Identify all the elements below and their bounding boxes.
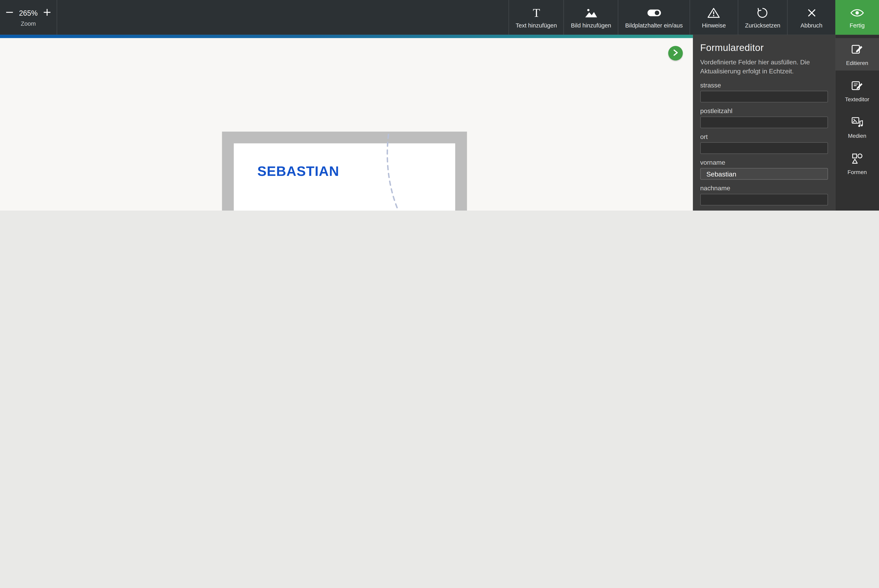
zoom-in-button[interactable] xyxy=(43,8,52,18)
media-icon xyxy=(851,116,863,130)
shapes-icon xyxy=(851,152,863,166)
reset-button[interactable]: Zurücksetzen xyxy=(738,0,787,35)
rail-item-texteditor[interactable]: Texteditor xyxy=(835,74,879,107)
rail-item-formen[interactable]: Formen xyxy=(835,147,879,180)
input-postleitzahl[interactable] xyxy=(700,117,828,128)
close-icon xyxy=(806,6,816,19)
form-editor-panel: Formulareditor Vordefinierte Felder hier… xyxy=(693,35,835,211)
reset-circular-arrow-icon xyxy=(757,6,769,19)
form-field-strasse: strasse xyxy=(700,82,828,102)
panel-collapse-button[interactable] xyxy=(668,46,683,61)
zoom-out-button[interactable] xyxy=(5,8,14,18)
zoom-value: 265% xyxy=(19,9,38,18)
image-icon xyxy=(584,6,598,19)
edit-note-icon xyxy=(851,43,863,57)
svg-text:T: T xyxy=(533,6,540,19)
toggle-icon xyxy=(647,6,661,19)
chevron-right-icon xyxy=(673,49,678,57)
hints-button[interactable]: Hinweise xyxy=(690,0,738,35)
design-page[interactable]: SEBASTIAN facebook.com/RisscSolutions tw… xyxy=(234,143,455,211)
form-field-vorname: vorname xyxy=(700,159,828,180)
label-strasse: strasse xyxy=(700,82,828,88)
label-ort: ort xyxy=(700,134,828,140)
warning-triangle-icon xyxy=(707,6,721,19)
text-icon: T xyxy=(530,6,542,19)
card-name-text[interactable]: SEBASTIAN xyxy=(257,164,339,179)
cancel-button[interactable]: Abbruch xyxy=(787,0,835,35)
input-strasse[interactable] xyxy=(700,91,828,103)
done-button[interactable]: Fertig xyxy=(835,0,879,35)
rail-item-medien[interactable]: Medien xyxy=(835,111,879,143)
toolbar-spacer xyxy=(57,0,508,35)
label-nachname: nachname xyxy=(700,185,828,192)
zoom-label: Zoom xyxy=(21,20,36,27)
rail-item-editieren[interactable]: Editieren xyxy=(835,38,879,70)
right-rail: Editieren Texteditor Medien Formen ⚙ Set… xyxy=(835,35,879,211)
form-field-postleitzahl: postleitzahl xyxy=(700,108,828,128)
minus-icon xyxy=(5,8,14,18)
text-edit-icon xyxy=(851,80,863,94)
add-image-button[interactable]: Bild hinzufügen xyxy=(564,0,618,35)
input-vorname[interactable] xyxy=(700,168,828,180)
panel-subtitle: Vordefinierte Felder hier ausfüllen. Die… xyxy=(700,58,820,76)
form-field-nachname: nachname xyxy=(700,185,828,206)
canvas-area: SEBASTIAN facebook.com/RisscSolutions tw… xyxy=(0,38,693,211)
input-ort[interactable] xyxy=(700,142,828,154)
form-field-ort: ort xyxy=(700,134,828,154)
top-toolbar: 265% Zoom T Text hinzufügen Bild hinzufü… xyxy=(0,0,879,35)
panel-title: Formulareditor xyxy=(700,42,828,54)
app-window: 265% Zoom T Text hinzufügen Bild hinzufü… xyxy=(0,0,879,211)
eye-icon xyxy=(850,6,864,19)
plus-icon xyxy=(43,8,52,18)
progress-gradient-bar xyxy=(0,35,693,38)
label-vorname: vorname xyxy=(700,159,828,166)
zoom-controls: 265% Zoom xyxy=(0,0,57,35)
artboard: SEBASTIAN facebook.com/RisscSolutions tw… xyxy=(222,132,467,211)
label-postleitzahl: postleitzahl xyxy=(700,108,828,114)
image-placeholder-toggle-button[interactable]: Bildplatzhalter ein/aus xyxy=(618,0,690,35)
input-nachname[interactable] xyxy=(700,194,828,206)
add-text-button[interactable]: T Text hinzufügen xyxy=(508,0,563,35)
